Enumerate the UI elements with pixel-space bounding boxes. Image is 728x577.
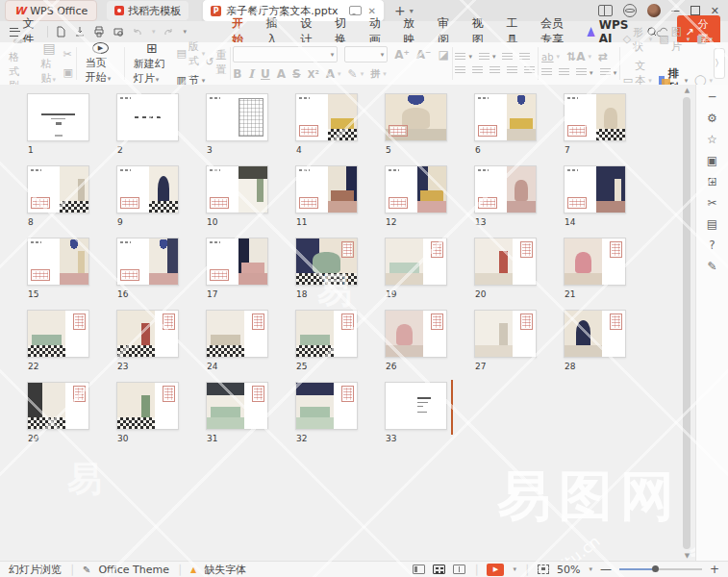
scroll-up-icon[interactable]: ▲ — [680, 87, 694, 94]
slide-number: 12 — [386, 217, 447, 227]
slide-thumbnail[interactable] — [295, 382, 358, 430]
slide-thumbnail[interactable] — [116, 310, 179, 358]
zoom-in-button[interactable]: + — [710, 563, 719, 576]
slide-thumbnail[interactable] — [295, 238, 358, 286]
favorites-icon[interactable]: ☆ — [707, 134, 717, 145]
normal-view-button[interactable] — [413, 564, 425, 574]
reset-icon: ↺ — [205, 56, 213, 69]
collapse-toolbar-icon[interactable]: ─ — [709, 91, 715, 103]
slide-cell: 15 — [27, 238, 89, 310]
convert-icon: ⇄ — [598, 50, 608, 63]
notebook-icon[interactable]: ▤ — [707, 218, 717, 230]
docer-template-tab[interactable]: 找稻壳模板 — [107, 1, 188, 20]
scroll-down-icon[interactable]: ▼ — [680, 552, 694, 560]
slide-thumbnail[interactable] — [564, 165, 626, 213]
fit-slide-icon[interactable] — [538, 564, 549, 574]
wps-office-app-button[interactable]: W WPS Office — [5, 0, 97, 21]
slide-cell: 13 — [474, 165, 537, 238]
slide-cell: 21 — [564, 238, 626, 310]
vertical-scrollbar[interactable]: ▲ ▼ — [680, 85, 694, 561]
maximize-button[interactable] — [690, 6, 700, 15]
layout-button: ▤版式▾ — [176, 39, 205, 68]
save-icon[interactable] — [74, 26, 86, 38]
theme-label[interactable]: Office Theme — [98, 564, 169, 576]
tools-icon[interactable]: ✂ — [707, 197, 716, 209]
minimize-button[interactable] — [671, 11, 680, 12]
slide-thumbnail[interactable] — [116, 93, 179, 141]
workspace-globe-icon[interactable] — [623, 4, 637, 17]
slide-thumbnail[interactable] — [27, 310, 89, 358]
design-icon[interactable]: ✎ — [707, 261, 716, 272]
slide-thumbnail[interactable] — [385, 382, 447, 430]
play-options-caret-icon[interactable]: ▾ — [513, 565, 516, 573]
slide-thumbnail[interactable] — [295, 165, 358, 213]
slide-thumbnail[interactable] — [27, 165, 89, 213]
pages-icon[interactable]: ▣ — [707, 155, 717, 166]
slide-number: 31 — [207, 434, 268, 443]
slide-thumbnail[interactable] — [206, 238, 268, 286]
slide-number: 33 — [386, 434, 447, 443]
slide-thumbnail[interactable] — [116, 165, 179, 213]
slide-cell: 12 — [385, 165, 447, 238]
ribbon-expand-button[interactable]: 〉 — [714, 48, 725, 79]
slide-thumbnail[interactable] — [27, 238, 89, 286]
slide-thumbnail[interactable] — [27, 93, 89, 141]
zoom-slider-knob[interactable] — [652, 565, 659, 572]
help-icon[interactable]: ? — [709, 239, 715, 251]
slide-thumbnail[interactable] — [295, 310, 358, 358]
slide-cell: 2 — [116, 93, 179, 165]
reading-view-button[interactable] — [453, 564, 465, 574]
slide-thumbnail[interactable] — [564, 93, 626, 141]
new-slide-icon: ⊞ — [146, 41, 158, 55]
slide-thumbnail[interactable] — [385, 93, 447, 141]
slide-thumbnail[interactable] — [474, 238, 537, 286]
slide-thumbnail[interactable] — [385, 165, 447, 213]
increase-indent-icon — [519, 53, 530, 62]
slide-thumbnail[interactable] — [474, 165, 537, 213]
slide-grid: 1234567891011121314151617181920212223242… — [27, 93, 653, 454]
insertion-cursor — [451, 380, 453, 435]
calculator-icon[interactable]: ⊞ — [707, 176, 716, 188]
slide-thumbnail[interactable] — [474, 310, 537, 358]
zoom-slider[interactable] — [619, 568, 702, 570]
play-from-current-button[interactable]: ▶ 当页开始▾ — [80, 42, 121, 85]
slideshow-play-button[interactable]: ▶ — [487, 564, 504, 576]
text-direction-icon: ab — [541, 52, 553, 63]
slide-thumbnail[interactable] — [27, 382, 89, 430]
slide-thumbnail[interactable] — [206, 382, 268, 430]
print-icon[interactable] — [93, 26, 105, 38]
adjust-icon[interactable]: ⚙ — [707, 113, 717, 124]
print-preview-icon[interactable] — [113, 26, 124, 38]
slide-thumbnail[interactable] — [206, 165, 268, 213]
zoom-caret-icon[interactable]: ▾ — [589, 565, 592, 573]
shapes-button: ◇形状▾ — [623, 25, 652, 54]
slide-thumbnail[interactable] — [385, 310, 447, 358]
missing-font-label[interactable]: 缺失字体 — [204, 563, 246, 577]
slide-sorter-view-button[interactable] — [433, 564, 445, 574]
slide-thumbnail[interactable] — [206, 310, 268, 358]
slide-thumbnail[interactable] — [564, 310, 626, 358]
slide-thumbnail[interactable] — [206, 93, 268, 141]
zoom-out-button[interactable]: — — [600, 563, 612, 576]
slide-thumbnail[interactable] — [564, 238, 626, 286]
zoom-level[interactable]: 50% — [557, 564, 580, 576]
new-file-icon[interactable] — [55, 26, 66, 38]
new-slide-button[interactable]: ⊞ 新建幻灯片▾ — [128, 42, 177, 85]
font-size-select[interactable]: ▾ — [344, 46, 388, 63]
docer-tab-label: 找稻壳模板 — [128, 4, 181, 18]
quickbar-caret-icon[interactable]: ▾ — [183, 28, 187, 36]
slide-thumbnail[interactable] — [474, 93, 537, 141]
para-before-icon — [559, 68, 569, 77]
slide-thumbnail[interactable] — [116, 382, 179, 430]
reset-button: ↺重置 — [205, 48, 226, 77]
slide-thumbnail[interactable] — [385, 238, 447, 286]
undo-icon — [132, 26, 143, 38]
scrollbar-thumb[interactable] — [683, 97, 690, 549]
slide-number: 17 — [207, 289, 268, 299]
format-painter-button: ✏ 格式刷 — [3, 42, 35, 85]
ribbon-toolbar: ✏ 格式刷 ▤ ​粘贴▾ ✂ ▣ ▶ 当页开始▾ ⊞ 新建幻灯片▾ ▤版式▾ ▥… — [0, 42, 728, 86]
font-name-select[interactable]: ▾ — [233, 46, 338, 63]
split-window-icon[interactable] — [598, 5, 613, 16]
slide-thumbnail[interactable] — [295, 93, 358, 141]
slide-thumbnail[interactable] — [116, 238, 179, 286]
